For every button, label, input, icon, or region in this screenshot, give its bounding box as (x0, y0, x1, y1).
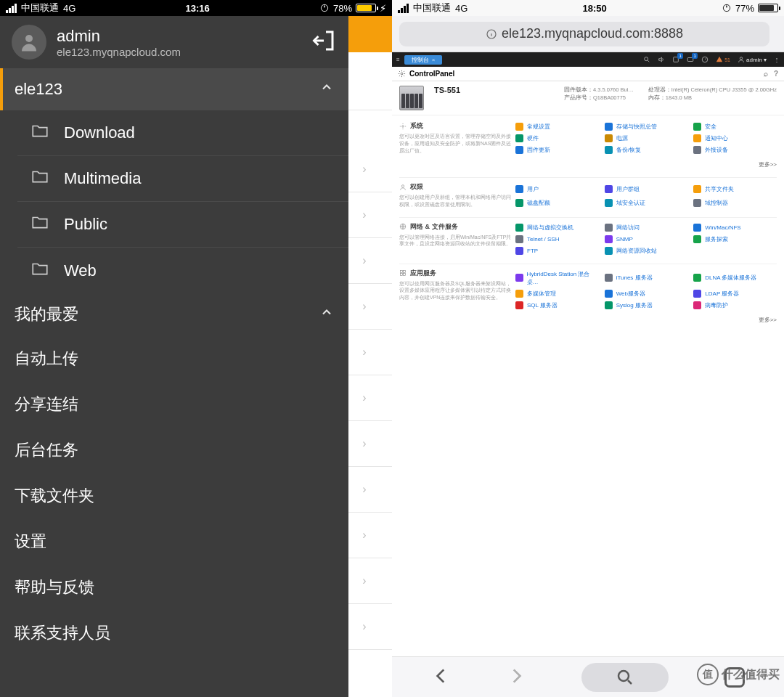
cp-item[interactable]: 存储与快照总管 (605, 123, 688, 131)
help-icon[interactable]: ? (774, 70, 778, 78)
qts-menu-icon[interactable]: ≡ (396, 57, 400, 63)
svg-point-11 (740, 57, 742, 60)
forward-button[interactable] (507, 667, 526, 688)
cp-item[interactable]: 网络与虚拟交换机 (515, 224, 599, 232)
menu-contact-support[interactable]: 联系支持人员 (0, 610, 348, 656)
cp-item[interactable]: SQL 服务器 (515, 301, 599, 309)
nas-icon (399, 86, 424, 110)
cp-item[interactable]: 网络资源回收站 (605, 247, 688, 255)
cp-item[interactable]: 多媒体管理 (515, 290, 599, 298)
cp-item[interactable]: 病毒防护 (693, 301, 777, 309)
cp-item[interactable]: iTunes 服务器 (605, 270, 688, 286)
cp-item[interactable]: 固件更新 (515, 146, 599, 154)
svg-point-20 (618, 671, 629, 681)
task-icon[interactable] (672, 56, 679, 63)
rotation-lock-icon (722, 3, 732, 13)
cp-item-icon (515, 247, 523, 255)
network-label: 4G (63, 3, 75, 14)
folder-row[interactable]: Multimedia (17, 156, 348, 202)
nas-section[interactable]: ele123 (0, 68, 348, 110)
carrier-label: 中国联通 (413, 1, 451, 15)
cp-item[interactable]: 通知中心 (693, 134, 777, 142)
svg-rect-18 (401, 274, 403, 276)
url-field[interactable]: ele123.myqnapcloud.com:8888 (399, 22, 769, 46)
qts-topbar-right: 51 admin ▾ ⋮ (643, 56, 780, 63)
cp-item-icon (515, 199, 523, 207)
cp-item[interactable]: 用户 (515, 184, 599, 194)
more-link[interactable]: 更多>> (693, 160, 777, 168)
search-button[interactable] (581, 663, 669, 692)
battery-pct: 78% (333, 3, 352, 14)
favorites-section[interactable]: 我的最爱 (0, 293, 348, 335)
back-button[interactable] (432, 667, 451, 688)
cp-item[interactable]: LDAP 服务器 (693, 290, 777, 298)
folder-icon (29, 167, 51, 190)
folder-row[interactable]: Public (17, 202, 348, 248)
cp-item[interactable]: Web服务器 (605, 290, 688, 298)
avatar[interactable] (12, 25, 46, 60)
cp-item[interactable]: 备份/恢复 (605, 146, 688, 154)
svg-rect-1 (324, 6, 325, 7)
menu-background-tasks[interactable]: 后台任务 (0, 427, 348, 473)
more-link[interactable]: 更多>> (693, 316, 777, 324)
rotation-lock-icon (319, 3, 330, 13)
logout-button[interactable] (311, 28, 337, 57)
cp-item[interactable]: 磁盘配额 (515, 197, 599, 208)
svg-point-2 (25, 35, 33, 42)
watermark-icon: 值 (697, 664, 719, 685)
cp-item[interactable]: FTP (515, 247, 599, 255)
cp-item[interactable]: 域控制器 (693, 197, 777, 208)
user-menu[interactable]: admin ▾ (738, 56, 767, 63)
cp-item[interactable]: 用户群组 (605, 184, 688, 194)
account-name: admin (57, 27, 181, 46)
menu-settings[interactable]: 设置 (0, 518, 348, 564)
cp-item[interactable]: DLNA 多媒体服务器 (693, 270, 777, 286)
cp-item[interactable]: 外接设备 (693, 146, 777, 154)
menu-share-link[interactable]: 分享连结 (0, 381, 348, 427)
cp-section: 权限您可以创建用户及群组，管理本机和网络用户访问权限，或设置磁盘容量使用限制。用… (399, 178, 777, 218)
section-desc: 您可以使用网页服务器及SQL服务器来架设网站，设置多媒体应用程序让多媒体索引以特… (399, 280, 515, 301)
cp-item[interactable]: Win/Mac/NFS (693, 224, 777, 232)
menu-auto-upload[interactable]: 自动上传 (0, 335, 348, 381)
close-icon[interactable]: × (432, 57, 436, 63)
drawer-header: admin ele123.myqnapcloud.com (0, 16, 348, 68)
more-icon[interactable]: ⋮ (774, 57, 780, 63)
right-phone: 中国联通 4G 18:50 77% ele123.myqnapcloud.com… (392, 0, 784, 697)
device-icon[interactable] (687, 56, 694, 63)
folder-label: Web (64, 261, 97, 280)
cp-item[interactable]: 域安全认证 (605, 197, 688, 208)
menu-help-feedback[interactable]: 帮助与反馈 (0, 564, 348, 610)
cp-item[interactable]: Telnet / SSH (515, 235, 599, 243)
watermark: 值 什么值得买 (697, 664, 780, 685)
clock: 18:50 (472, 3, 717, 14)
svg-point-14 (401, 184, 404, 187)
cp-item[interactable]: SNMP (605, 235, 688, 243)
folder-row[interactable]: Web (17, 248, 348, 293)
cp-item[interactable]: 硬件 (515, 134, 599, 142)
cp-item[interactable]: 电源 (605, 134, 688, 142)
control-panel-title: ControlPanel (409, 70, 454, 78)
folder-icon (29, 259, 51, 282)
volume-icon[interactable] (658, 56, 665, 63)
cp-item[interactable]: 网络访问 (605, 224, 688, 232)
cp-item-icon (515, 235, 523, 243)
cp-item[interactable]: 常规设置 (515, 123, 599, 131)
cp-item-icon (693, 301, 701, 309)
section-title: 网络 & 文件服务 (399, 222, 515, 232)
svg-rect-8 (674, 57, 679, 62)
cp-item[interactable]: HybridDesk Station 混合桌… (515, 270, 599, 286)
cp-item-icon (605, 224, 613, 232)
cp-item-icon (693, 146, 701, 154)
menu-download-folder[interactable]: 下载文件夹 (0, 473, 348, 518)
cp-item-icon (605, 146, 613, 154)
cp-item[interactable]: 安全 (693, 123, 777, 131)
dashboard-icon[interactable] (701, 56, 709, 63)
search-icon[interactable]: ⌕ (764, 70, 768, 78)
folder-row[interactable]: Download (17, 110, 348, 156)
cp-item[interactable]: 服务探索 (693, 235, 777, 243)
qts-tab-active[interactable]: 控制台× (404, 55, 443, 65)
notification-icon[interactable]: 51 (716, 56, 730, 63)
search-icon[interactable] (643, 56, 650, 63)
cp-item[interactable]: Syslog 服务器 (605, 301, 688, 309)
cp-item[interactable]: 共享文件夹 (693, 184, 777, 194)
